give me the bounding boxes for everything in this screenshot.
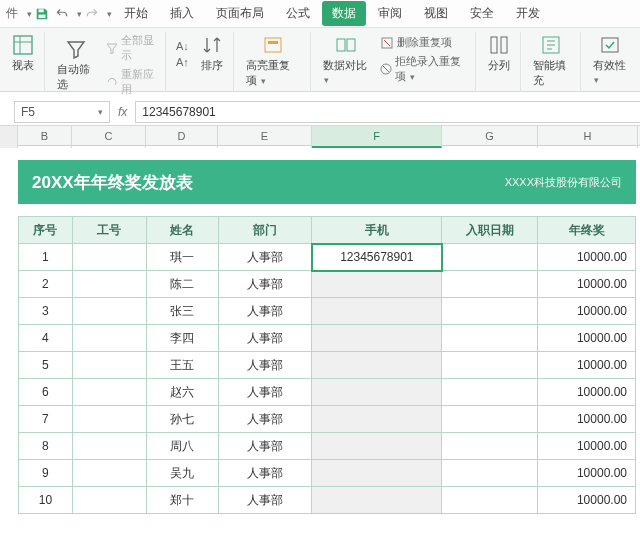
cell-seq[interactable]: 6: [19, 379, 73, 406]
cell-phone[interactable]: [312, 487, 442, 514]
table-row[interactable]: 5王五人事部10000.00: [19, 352, 636, 379]
cell-hiredate[interactable]: [442, 244, 538, 271]
cell-hiredate[interactable]: [442, 298, 538, 325]
data-compare-button[interactable]: 数据对比 ▾: [319, 32, 372, 87]
th-phone[interactable]: 手机: [312, 217, 442, 244]
table-row[interactable]: 8周八人事部10000.00: [19, 433, 636, 460]
cell-hiredate[interactable]: [442, 433, 538, 460]
cell-seq[interactable]: 10: [19, 487, 73, 514]
cell-bonus[interactable]: 10000.00: [538, 352, 636, 379]
remove-dup-button[interactable]: 删除重复项: [378, 34, 469, 51]
cell-empno[interactable]: [72, 325, 146, 352]
cell-phone[interactable]: [312, 406, 442, 433]
table-row[interactable]: 1琪一人事部1234567890110000.00: [19, 244, 636, 271]
cell-dept[interactable]: 人事部: [218, 325, 312, 352]
cell-dept[interactable]: 人事部: [218, 379, 312, 406]
cell-hiredate[interactable]: [442, 406, 538, 433]
table-row[interactable]: 6赵六人事部10000.00: [19, 379, 636, 406]
cell-name[interactable]: 王五: [146, 352, 218, 379]
spreadsheet[interactable]: B C D E F G H 20XX年年终奖发放表 XXXX科技股份有限公司 序…: [0, 126, 640, 514]
cell-seq[interactable]: 1: [19, 244, 73, 271]
tab-security[interactable]: 安全: [460, 1, 504, 26]
cell-seq[interactable]: 5: [19, 352, 73, 379]
sort-asc-button[interactable]: A↓: [174, 39, 191, 53]
reject-dup-button[interactable]: 拒绝录入重复项 ▾: [378, 53, 469, 85]
cell-empno[interactable]: [72, 487, 146, 514]
cell-name[interactable]: 赵六: [146, 379, 218, 406]
cell-seq[interactable]: 8: [19, 433, 73, 460]
col-header-selected[interactable]: F: [312, 126, 442, 148]
data-table[interactable]: 序号 工号 姓名 部门 手机 入职日期 年终奖 1琪一人事部1234567890…: [18, 216, 636, 514]
cell-empno[interactable]: [72, 433, 146, 460]
cell-dept[interactable]: 人事部: [218, 244, 312, 271]
show-all-button[interactable]: 全部显示: [104, 32, 159, 64]
cell-seq[interactable]: 4: [19, 325, 73, 352]
cell-bonus[interactable]: 10000.00: [538, 460, 636, 487]
file-menu-icon[interactable]: 件: [4, 6, 20, 22]
cell-phone[interactable]: 12345678901: [312, 244, 442, 271]
th-name[interactable]: 姓名: [146, 217, 218, 244]
cell-dept[interactable]: 人事部: [218, 433, 312, 460]
cell-seq[interactable]: 2: [19, 271, 73, 298]
cell-phone[interactable]: [312, 325, 442, 352]
cell-hiredate[interactable]: [442, 271, 538, 298]
cell-phone[interactable]: [312, 379, 442, 406]
cell-phone[interactable]: [312, 298, 442, 325]
cell-empno[interactable]: [72, 352, 146, 379]
tab-view[interactable]: 视图: [414, 1, 458, 26]
cell-hiredate[interactable]: [442, 460, 538, 487]
cell-empno[interactable]: [72, 271, 146, 298]
table-row[interactable]: 2陈二人事部10000.00: [19, 271, 636, 298]
cell-name[interactable]: 吴九: [146, 460, 218, 487]
cell-bonus[interactable]: 10000.00: [538, 433, 636, 460]
table-row[interactable]: 7孙七人事部10000.00: [19, 406, 636, 433]
cell-empno[interactable]: [72, 244, 146, 271]
col-header[interactable]: B: [18, 126, 72, 148]
column-headers[interactable]: B C D E F G H: [0, 126, 640, 146]
cell-bonus[interactable]: 10000.00: [538, 271, 636, 298]
table-row[interactable]: 9吴九人事部10000.00: [19, 460, 636, 487]
cell-dept[interactable]: 人事部: [218, 298, 312, 325]
cell-bonus[interactable]: 10000.00: [538, 379, 636, 406]
save-icon[interactable]: [34, 6, 50, 22]
cell-seq[interactable]: 9: [19, 460, 73, 487]
select-all-corner[interactable]: [0, 126, 18, 148]
cell-hiredate[interactable]: [442, 325, 538, 352]
th-seq[interactable]: 序号: [19, 217, 73, 244]
cell-dept[interactable]: 人事部: [218, 406, 312, 433]
redo-icon[interactable]: [84, 6, 100, 22]
tab-insert[interactable]: 插入: [160, 1, 204, 26]
cell-phone[interactable]: [312, 460, 442, 487]
cell-seq[interactable]: 7: [19, 406, 73, 433]
formula-input[interactable]: [135, 101, 640, 123]
col-header[interactable]: D: [146, 126, 218, 148]
cell-name[interactable]: 李四: [146, 325, 218, 352]
sort-desc-button[interactable]: A↑: [174, 55, 191, 69]
cell-name[interactable]: 琪一: [146, 244, 218, 271]
cell-name[interactable]: 陈二: [146, 271, 218, 298]
autofilter-button[interactable]: 自动筛选: [53, 36, 98, 94]
reapply-button[interactable]: 重新应用: [104, 66, 159, 98]
cell-dept[interactable]: 人事部: [218, 487, 312, 514]
cell-dept[interactable]: 人事部: [218, 271, 312, 298]
cell-hiredate[interactable]: [442, 379, 538, 406]
cell-seq[interactable]: 3: [19, 298, 73, 325]
cell-empno[interactable]: [72, 406, 146, 433]
text-to-columns-button[interactable]: 分列: [484, 32, 514, 75]
cell-empno[interactable]: [72, 379, 146, 406]
col-header[interactable]: C: [72, 126, 146, 148]
tab-layout[interactable]: 页面布局: [206, 1, 274, 26]
cell-name[interactable]: 郑十: [146, 487, 218, 514]
sort-button[interactable]: 排序: [197, 32, 227, 75]
th-bonus[interactable]: 年终奖: [538, 217, 636, 244]
cell-bonus[interactable]: 10000.00: [538, 487, 636, 514]
cell-bonus[interactable]: 10000.00: [538, 325, 636, 352]
cell-phone[interactable]: [312, 271, 442, 298]
th-dept[interactable]: 部门: [218, 217, 312, 244]
cell-empno[interactable]: [72, 298, 146, 325]
cell-bonus[interactable]: 10000.00: [538, 298, 636, 325]
undo-icon[interactable]: [54, 6, 70, 22]
cell-bonus[interactable]: 10000.00: [538, 406, 636, 433]
tab-start[interactable]: 开始: [114, 1, 158, 26]
col-header[interactable]: H: [538, 126, 638, 148]
